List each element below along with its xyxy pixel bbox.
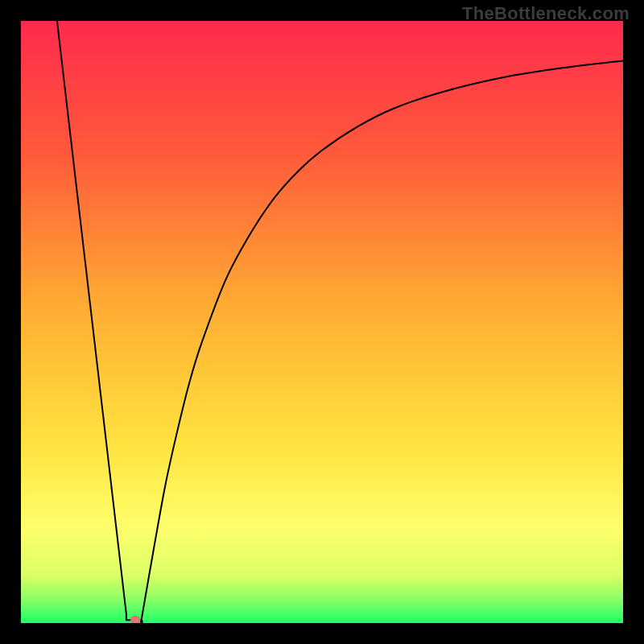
bottleneck-chart bbox=[21, 21, 623, 623]
optimal-point-marker bbox=[130, 617, 140, 624]
chart-frame: TheBottleneck.com bbox=[0, 0, 644, 644]
plot-background bbox=[21, 21, 623, 623]
